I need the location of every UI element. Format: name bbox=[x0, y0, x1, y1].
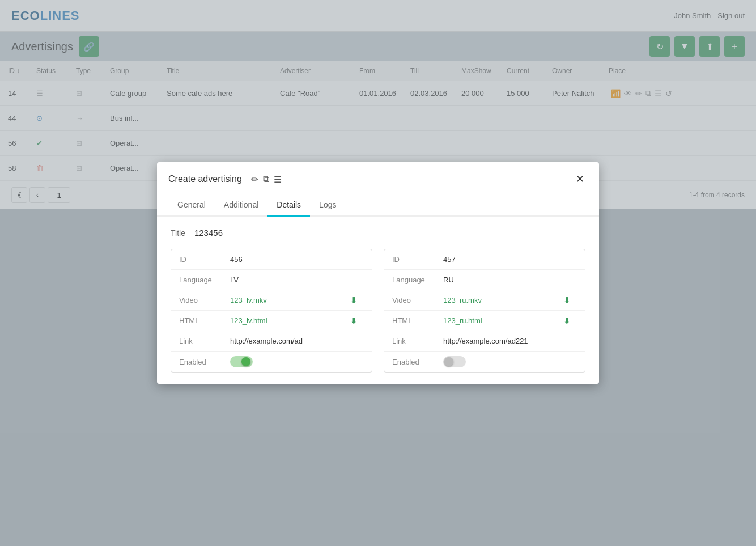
label-link-ru: Link bbox=[392, 337, 443, 345]
detail-row-html-ru: HTML 123_ru.html ⬇ bbox=[384, 311, 585, 331]
value-html-ru[interactable]: 123_ru.html bbox=[443, 316, 563, 325]
toggle-knob-ru bbox=[444, 357, 453, 366]
detail-row-link-ru: Link http://example.com/ad221 bbox=[384, 331, 585, 352]
detail-row-lang-ru: Language RU bbox=[384, 270, 585, 290]
download-html-lv-icon[interactable]: ⬇ bbox=[350, 316, 364, 326]
modal-close-button[interactable]: ✕ bbox=[572, 171, 588, 187]
label-video-ru: Video bbox=[392, 296, 443, 304]
label-id-ru: ID bbox=[392, 255, 443, 264]
value-lang-ru: RU bbox=[443, 276, 563, 284]
pencil-icon[interactable]: ✏ bbox=[251, 174, 258, 185]
copy-modal-icon[interactable]: ⧉ bbox=[263, 174, 269, 185]
detail-row-video-lv: Video 123_lv.mkv ⬇ bbox=[171, 290, 372, 311]
value-video-ru[interactable]: 123_ru.mkv bbox=[443, 296, 563, 304]
value-link-lv: http://example.com/ad bbox=[230, 337, 350, 345]
form-title-value: 123456 bbox=[194, 228, 223, 238]
tab-details[interactable]: Details bbox=[267, 194, 310, 217]
tab-additional[interactable]: Additional bbox=[215, 194, 268, 217]
toggle-switch-lv[interactable] bbox=[230, 356, 253, 367]
download-video-lv-icon[interactable]: ⬇ bbox=[350, 295, 364, 306]
download-video-ru-icon[interactable]: ⬇ bbox=[563, 295, 577, 306]
detail-cards: ID 456 Language LV Video 123_lv.mkv ⬇ bbox=[171, 249, 585, 373]
value-html-lv[interactable]: 123_lv.html bbox=[230, 316, 350, 325]
label-html-lv: HTML bbox=[179, 316, 230, 325]
tab-logs[interactable]: Logs bbox=[310, 194, 345, 217]
label-link-lv: Link bbox=[179, 337, 230, 345]
detail-card-ru: ID 457 Language RU Video 123_ru.mkv ⬇ bbox=[384, 249, 585, 373]
detail-row-enabled-lv: Enabled bbox=[171, 352, 372, 372]
detail-row-id-ru: ID 457 bbox=[384, 249, 585, 270]
download-html-ru-icon[interactable]: ⬇ bbox=[563, 316, 577, 326]
modal-body: Title 123456 ID 456 Language LV bbox=[157, 217, 599, 384]
modal-header-icons: ✏ ⧉ ☰ bbox=[251, 174, 282, 185]
value-link-ru: http://example.com/ad221 bbox=[443, 337, 563, 345]
label-enabled-lv: Enabled bbox=[179, 358, 230, 366]
modal-dialog: Create advertising ✏ ⧉ ☰ ✕ General Addit… bbox=[157, 162, 599, 384]
value-id-lv: 456 bbox=[230, 255, 350, 264]
value-lang-lv: LV bbox=[230, 276, 350, 284]
label-video-lv: Video bbox=[179, 296, 230, 304]
value-video-lv[interactable]: 123_lv.mkv bbox=[230, 296, 350, 304]
toggle-enabled-ru[interactable] bbox=[443, 356, 563, 367]
detail-row-video-ru: Video 123_ru.mkv ⬇ bbox=[384, 290, 585, 311]
detail-row-enabled-ru: Enabled bbox=[384, 352, 585, 372]
detail-card-lv: ID 456 Language LV Video 123_lv.mkv ⬇ bbox=[171, 249, 372, 373]
form-title-label: Title bbox=[171, 228, 185, 238]
detail-row-link-lv: Link http://example.com/ad bbox=[171, 331, 372, 352]
modal-overlay[interactable]: Create advertising ✏ ⧉ ☰ ✕ General Addit… bbox=[0, 0, 756, 546]
label-enabled-ru: Enabled bbox=[392, 358, 443, 366]
label-id-lv: ID bbox=[179, 255, 230, 264]
detail-row-id-lv: ID 456 bbox=[171, 249, 372, 270]
modal-tabs: General Additional Details Logs bbox=[157, 194, 599, 217]
value-id-ru: 457 bbox=[443, 255, 563, 264]
modal-title: Create advertising bbox=[168, 174, 242, 184]
list-modal-icon[interactable]: ☰ bbox=[274, 174, 282, 185]
label-lang-ru: Language bbox=[392, 276, 443, 284]
detail-row-html-lv: HTML 123_lv.html ⬇ bbox=[171, 311, 372, 331]
tab-general[interactable]: General bbox=[168, 194, 215, 217]
toggle-knob-lv bbox=[241, 357, 250, 366]
label-html-ru: HTML bbox=[392, 316, 443, 325]
modal-form-title-row: Title 123456 bbox=[171, 228, 585, 238]
modal-header: Create advertising ✏ ⧉ ☰ ✕ bbox=[157, 162, 599, 194]
label-lang-lv: Language bbox=[179, 276, 230, 284]
toggle-switch-ru[interactable] bbox=[443, 356, 466, 367]
toggle-enabled-lv[interactable] bbox=[230, 356, 350, 367]
detail-row-lang-lv: Language LV bbox=[171, 270, 372, 290]
